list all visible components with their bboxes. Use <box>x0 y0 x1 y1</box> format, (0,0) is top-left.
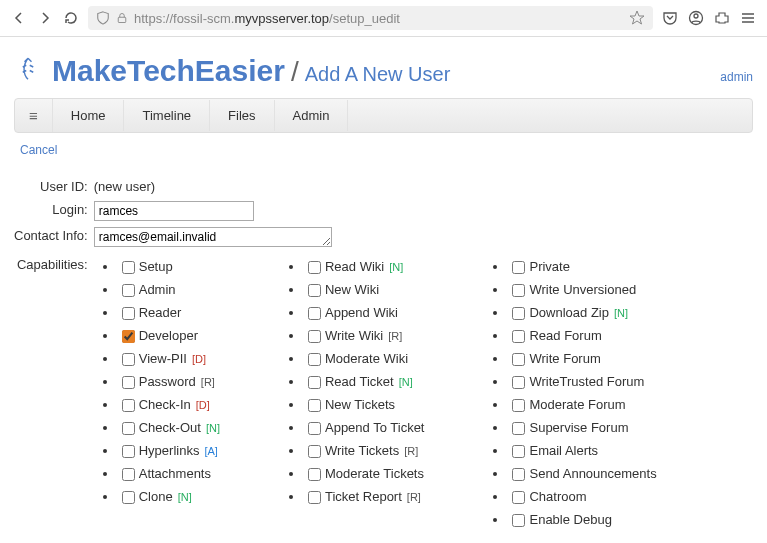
capability-flag: [N] <box>386 261 403 273</box>
capability-item: Moderate Tickets <box>304 463 425 486</box>
capability-label: Download Zip <box>529 305 609 320</box>
capability-checkbox[interactable] <box>122 376 135 389</box>
capability-label: Write Tickets <box>325 443 399 458</box>
svg-rect-0 <box>118 17 126 22</box>
capability-label: Password <box>139 374 196 389</box>
capability-item: Check-In [D] <box>118 394 220 417</box>
capability-checkbox[interactable] <box>308 445 321 458</box>
user-id-label: User ID: <box>14 175 94 198</box>
contact-textarea[interactable]: ramces@email.invalid <box>94 227 332 247</box>
capability-checkbox[interactable] <box>308 261 321 274</box>
capability-checkbox[interactable] <box>122 284 135 297</box>
capability-checkbox[interactable] <box>122 261 135 274</box>
capability-checkbox[interactable] <box>308 491 321 504</box>
capability-checkbox[interactable] <box>512 261 525 274</box>
capability-flag: [R] <box>198 376 215 388</box>
capability-label: Check-Out <box>139 420 201 435</box>
capability-item: Private <box>508 256 656 279</box>
capability-checkbox[interactable] <box>512 514 525 527</box>
capability-item: Read Forum <box>508 325 656 348</box>
capability-checkbox[interactable] <box>308 468 321 481</box>
menu-files[interactable]: Files <box>210 100 274 131</box>
page-header: MakeTechEasier / Add A New User admin <box>14 53 753 88</box>
capability-checkbox[interactable] <box>308 422 321 435</box>
capability-checkbox[interactable] <box>512 307 525 320</box>
capability-checkbox[interactable] <box>122 445 135 458</box>
capability-checkbox[interactable] <box>512 399 525 412</box>
capability-checkbox[interactable] <box>308 307 321 320</box>
capability-checkbox[interactable] <box>512 422 525 435</box>
capability-item: Read Ticket [N] <box>304 371 425 394</box>
capability-checkbox[interactable] <box>512 445 525 458</box>
capability-checkbox[interactable] <box>512 468 525 481</box>
site-title[interactable]: MakeTechEasier <box>52 54 285 88</box>
capability-item: Ticket Report [R] <box>304 486 425 509</box>
capability-checkbox[interactable] <box>122 422 135 435</box>
capability-label: New Wiki <box>325 282 379 297</box>
menu-admin[interactable]: Admin <box>275 100 349 131</box>
capability-label: Send Announcements <box>529 466 656 481</box>
capability-checkbox[interactable] <box>122 307 135 320</box>
capability-checkbox[interactable] <box>512 376 525 389</box>
login-input[interactable] <box>94 201 254 221</box>
caps-col-3: PrivateWrite UnversionedDownload Zip [N]… <box>484 256 656 532</box>
capability-item: Password [R] <box>118 371 220 394</box>
capability-checkbox[interactable] <box>308 330 321 343</box>
cancel-link-top[interactable]: Cancel <box>20 143 57 157</box>
capability-label: Hyperlinks <box>139 443 200 458</box>
forward-icon[interactable] <box>36 9 54 27</box>
capability-flag: [R] <box>401 445 418 457</box>
account-icon[interactable] <box>687 9 705 27</box>
hamburger-icon[interactable]: ≡ <box>15 99 53 132</box>
capability-flag: [N] <box>203 422 220 434</box>
capability-item: Setup <box>118 256 220 279</box>
capability-item: Download Zip [N] <box>508 302 656 325</box>
capability-label: Write Unversioned <box>529 282 636 297</box>
capability-checkbox[interactable] <box>308 376 321 389</box>
capability-item: Attachments <box>118 463 220 486</box>
capability-checkbox[interactable] <box>308 399 321 412</box>
capability-checkbox[interactable] <box>122 491 135 504</box>
capability-checkbox[interactable] <box>512 353 525 366</box>
capability-item: Append To Ticket <box>304 417 425 440</box>
menu-home[interactable]: Home <box>53 100 125 131</box>
fossil-logo-icon <box>14 53 42 81</box>
capability-item: Check-Out [N] <box>118 417 220 440</box>
admin-user-link[interactable]: admin <box>720 70 753 84</box>
user-form: User ID: (new user) Login: Contact Info:… <box>14 175 657 535</box>
capability-checkbox[interactable] <box>122 468 135 481</box>
capability-checkbox[interactable] <box>122 399 135 412</box>
back-icon[interactable] <box>10 9 28 27</box>
capabilities-label: Capabilities: <box>14 253 94 535</box>
url-bar[interactable]: https://fossil-scm.myvpsserver.top/setup… <box>88 6 653 30</box>
svg-point-2 <box>694 14 698 18</box>
capability-label: Supervise Forum <box>529 420 628 435</box>
capability-checkbox[interactable] <box>512 330 525 343</box>
reload-icon[interactable] <box>62 9 80 27</box>
capability-item: Write Wiki [R] <box>304 325 425 348</box>
capability-checkbox[interactable] <box>122 330 135 343</box>
capability-item: New Wiki <box>304 279 425 302</box>
capability-checkbox[interactable] <box>308 284 321 297</box>
capability-checkbox[interactable] <box>308 353 321 366</box>
capability-flag: [A] <box>201 445 218 457</box>
pocket-icon[interactable] <box>661 9 679 27</box>
capability-item: Read Wiki [N] <box>304 256 425 279</box>
capability-flag: [N] <box>175 491 192 503</box>
menu-timeline[interactable]: Timeline <box>124 100 210 131</box>
capability-label: Read Forum <box>529 328 601 343</box>
caps-col-2: Read Wiki [N]New WikiAppend WikiWrite Wi… <box>280 256 425 532</box>
capability-checkbox[interactable] <box>122 353 135 366</box>
capability-label: Write Wiki <box>325 328 383 343</box>
star-icon[interactable] <box>629 10 645 26</box>
capability-label: Reader <box>139 305 182 320</box>
capability-checkbox[interactable] <box>512 491 525 504</box>
capability-label: Append To Ticket <box>325 420 425 435</box>
extensions-icon[interactable] <box>713 9 731 27</box>
menu-icon[interactable] <box>739 9 757 27</box>
capability-item: Send Announcements <box>508 463 656 486</box>
capability-label: Read Wiki <box>325 259 384 274</box>
capability-label: Email Alerts <box>529 443 598 458</box>
url-text: https://fossil-scm.myvpsserver.top/setup… <box>134 11 400 26</box>
capability-checkbox[interactable] <box>512 284 525 297</box>
